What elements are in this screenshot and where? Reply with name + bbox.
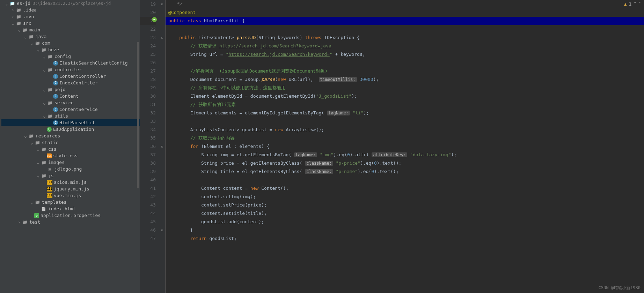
tree-item-vue-min-js[interactable]: vue.min.js [1,192,140,199]
code-line[interactable]: // 获取所有的li元素 [166,100,644,109]
tree-item-src[interactable]: ⌄src [1,20,140,27]
tree-item-config[interactable]: ⌄config [1,53,140,60]
fold-toggle-icon[interactable]: ⊟ [159,226,165,234]
inspection-status[interactable]: ▲ 1 ˆ ˇ [624,1,641,7]
fold-toggle-icon[interactable]: ⊟ [159,33,165,42]
code-line[interactable]: goodsList.add(content); [166,218,644,226]
chevron-down-icon[interactable]: ⌄ [42,54,47,59]
code-line[interactable] [166,59,644,67]
code-line[interactable]: content.setTitle(title); [166,209,644,218]
tree-item-java[interactable]: ⌄java [1,33,140,40]
tree-item-jquery-min-js[interactable]: jquery.min.js [1,186,140,192]
code-line[interactable]: // 获取元素中的内容 [166,134,644,142]
tree-item-application-properties[interactable]: application.properties [1,212,140,219]
code-line[interactable]: // 获取请求 https://search.jd.com/Search?key… [166,42,644,50]
fold-toggle-icon[interactable]: ⊟ [159,142,165,151]
tree-item-test[interactable]: ›test [1,219,140,225]
code-line[interactable]: } [166,226,644,234]
nav-down-icon[interactable]: ˇ [638,1,641,7]
code-line[interactable]: String price = el.getElementsByClass( cl… [166,159,644,167]
code-editor[interactable]: 1920212223242526272829303132333435363738… [140,0,644,293]
tree-item-htmlparseutil[interactable]: HtmlParseUtil [1,119,140,126]
code-line[interactable]: ArrayList<Content> goodsList = new Array… [166,126,644,134]
chevron-down-icon[interactable]: ⌄ [10,21,15,26]
chevron-down-icon[interactable]: ⌄ [36,160,41,165]
code-line[interactable]: // 所有你在js中可以使用的方法，这里都能用 [166,84,644,92]
tree-item-contentcontroller[interactable]: ContentController [1,73,140,80]
tree-item-label: utils [54,113,68,119]
tree-item-static[interactable]: ⌄static [1,139,140,146]
code-line[interactable]: Element elementById = document.getElemen… [166,92,644,100]
tree-item-main[interactable]: ⌄main [1,27,140,33]
tree-item-resources[interactable]: ⌄resources [1,133,140,139]
tree-item-elasticsearchclientconfig[interactable]: ElasticSearchClientConfig [1,60,140,66]
fold-gutter[interactable]: ⊟⊟⊟⊟ [159,0,166,293]
tree-item-esjdapplication[interactable]: EsJdApplication [1,126,140,133]
tree-item-heze[interactable]: ⌄heze [1,46,140,53]
chevron-down-icon[interactable]: ⌄ [42,67,47,72]
tree-item-utils[interactable]: ⌄utils [1,113,140,119]
code-line[interactable]: Document document = Jsoup.parse(new URL(… [166,75,644,84]
tree-item-com[interactable]: ⌄com [1,40,140,46]
chevron-down-icon[interactable]: ⌄ [36,173,41,178]
chevron-down-icon[interactable]: ⌄ [29,200,34,205]
project-tree-panel[interactable]: ⌄es-jdD:\idea2021.2.3\workplace\es-jd›.i… [0,0,140,293]
code-line[interactable]: content.setPrice(price); [166,201,644,209]
chevron-down-icon[interactable]: ⌄ [36,146,41,152]
code-line[interactable]: public class HtmlParseUtil { [166,17,644,25]
code-line[interactable]: */ [166,0,644,8]
tree-item-index-html[interactable]: index.html [1,205,140,212]
code-line[interactable]: content.setImg(img); [166,193,644,201]
code-line[interactable]: //解析网页 (Jsoup返回的Document就是浏览器Document对象) [166,67,644,75]
tree-item--mvn[interactable]: ›.mvn [1,13,140,20]
tree-item-axios-min-js[interactable]: axios.min.js [1,179,140,186]
chevron-down-icon[interactable]: ⌄ [23,34,28,39]
code-line[interactable]: return goodsList; [166,234,644,243]
chevron-down-icon[interactable]: ⌄ [29,140,34,145]
chevron-down-icon[interactable]: ⌄ [42,113,47,119]
chevron-down-icon[interactable]: ⌄ [23,133,28,138]
spring-bean-icon[interactable] [152,17,157,22]
tree-item-label: config [54,54,71,59]
code-line[interactable] [166,25,644,33]
tree-item-jdlogo-png[interactable]: jdlogo.png [1,166,140,172]
chevron-down-icon[interactable]: ⌄ [29,40,34,46]
tree-item-content[interactable]: Content [1,93,140,99]
tree-item-pojo[interactable]: ⌄pojo [1,86,140,93]
nav-up-icon[interactable]: ˆ [634,1,636,7]
tree-item-indexcontrller[interactable]: IndexContrller [1,80,140,86]
code-area[interactable]: */@Componentpublic class HtmlParseUtil {… [166,0,644,293]
code-line[interactable]: String title = el.getElementsByClass( cl… [166,167,644,176]
line-number: 24 [140,42,156,50]
chevron-down-icon[interactable]: ⌄ [42,100,47,105]
chevron-right-icon[interactable]: › [10,14,15,19]
tree-item-js[interactable]: ⌄js [1,172,140,179]
code-line[interactable]: public List<Content> parseJD(String keyw… [166,33,644,42]
tree-item-controller[interactable]: ⌄controller [1,66,140,73]
code-line[interactable] [166,117,644,126]
code-line[interactable]: @Component [166,8,644,17]
tree-item-es-jd[interactable]: ⌄es-jdD:\idea2021.2.3\workplace\es-jd [1,0,140,7]
tree-item-templates[interactable]: ⌄templates [1,199,140,205]
tree-item-css[interactable]: ⌄css [1,146,140,152]
tree-item-service[interactable]: ⌄service [1,99,140,106]
chevron-right-icon[interactable]: › [10,7,15,13]
code-line[interactable]: Elements elements = elementById.getEleme… [166,109,644,117]
chevron-down-icon[interactable]: ⌄ [17,27,22,32]
tree-item-label: Content [59,93,79,99]
tree-item-images[interactable]: ⌄images [1,159,140,166]
fold-toggle-icon[interactable]: ⊟ [159,0,165,8]
chevron-right-icon[interactable]: › [17,219,22,225]
tree-item-contentservice[interactable]: ContentService [1,106,140,113]
code-line[interactable]: String img = el.getElementsByTag( tagNam… [166,151,644,159]
chevron-down-icon[interactable]: ⌄ [4,1,9,6]
code-line[interactable]: Content content = new Content(); [166,184,644,193]
chevron-down-icon[interactable]: ⌄ [36,47,41,52]
fold-spacer [159,59,165,67]
code-line[interactable] [166,176,644,184]
code-line[interactable]: for (Element el : elements) { [166,142,644,151]
tree-item--idea[interactable]: ›.idea [1,7,140,13]
code-line[interactable]: String url = "https://search.jd.com/Sear… [166,50,644,59]
chevron-down-icon[interactable]: ⌄ [42,87,47,92]
tree-item-style-css[interactable]: style.css [1,152,140,159]
